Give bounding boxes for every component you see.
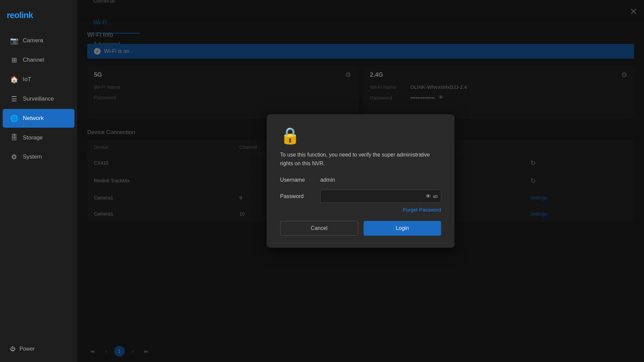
camera-icon: 📷 [10, 37, 18, 45]
iot-icon: 🏠 [10, 75, 18, 83]
surveillance-icon: ☰ [10, 95, 18, 103]
dialog-password-input[interactable] [320, 190, 441, 203]
sidebar-label-surveillance: Surveillance [23, 96, 54, 102]
storage-icon: 🗄 [10, 134, 18, 141]
input-icons: 👁 ab [426, 193, 438, 199]
forget-password-link[interactable]: Forget Password [280, 207, 441, 213]
login-button[interactable]: Login [364, 221, 441, 236]
dialog-buttons: Cancel Login [280, 221, 441, 236]
sidebar-item-network[interactable]: 🌐Network [3, 109, 74, 128]
sidebar-item-channel[interactable]: ⊞Channel [3, 51, 74, 69]
network-icon: 🌐 [10, 114, 18, 122]
password-eye-icon[interactable]: 👁 [426, 193, 431, 199]
sidebar: reolink 📷Camera⊞Channel🏠IoT☰Surveillance… [0, 0, 77, 362]
main-content: Network StatusGeneralWi-FiAdvanced ✕ Wi-… [77, 0, 644, 362]
dialog-username-field: Username admin [280, 177, 441, 183]
forget-password-anchor[interactable]: Forget Password [403, 207, 441, 213]
system-icon: ⚙ [10, 153, 18, 161]
nav-menu: 📷Camera⊞Channel🏠IoT☰Surveillance🌐Network… [0, 31, 77, 167]
sidebar-item-camera[interactable]: 📷Camera [3, 31, 74, 50]
dialog-password-input-wrap: 👁 ab [320, 190, 441, 203]
sidebar-label-iot: IoT [23, 76, 31, 83]
sidebar-item-iot[interactable]: 🏠IoT [3, 70, 74, 89]
dialog-overlay: 🔒 To use this function, you need to veri… [77, 0, 644, 362]
auth-dialog: 🔒 To use this function, you need to veri… [267, 114, 454, 248]
power-label: Power [19, 346, 35, 352]
dialog-description: To use this function, you need to verify… [280, 150, 441, 168]
power-icon: ⏻ [10, 346, 15, 352]
sidebar-label-storage: Storage [23, 134, 43, 141]
sidebar-label-system: System [23, 154, 42, 160]
sidebar-item-storage[interactable]: 🗄Storage [3, 128, 74, 147]
sidebar-item-surveillance[interactable]: ☰Surveillance [3, 89, 74, 108]
dialog-username-value: admin [320, 177, 335, 183]
sidebar-label-channel: Channel [23, 57, 44, 63]
sidebar-label-network: Network [23, 115, 44, 122]
power-button[interactable]: ⏻ Power [7, 343, 70, 355]
logo-text: reolink [7, 10, 33, 20]
dialog-password-label: Password [280, 193, 320, 199]
channel-icon: ⊞ [10, 56, 18, 64]
dialog-lock-icon: 🔒 [280, 126, 441, 145]
sidebar-bottom: ⏻ Power [0, 336, 77, 362]
input-ab-toggle[interactable]: ab [433, 194, 438, 199]
sidebar-label-camera: Camera [23, 37, 43, 44]
sidebar-item-system[interactable]: ⚙System [3, 147, 74, 166]
dialog-password-field: Password 👁 ab [280, 190, 441, 203]
dialog-username-label: Username [280, 177, 320, 183]
logo: reolink [0, 7, 77, 31]
cancel-button[interactable]: Cancel [280, 221, 358, 236]
